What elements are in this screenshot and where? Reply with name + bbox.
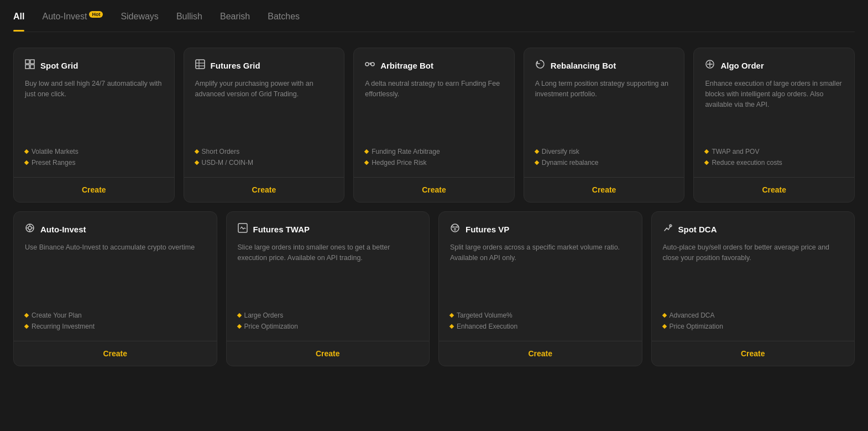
create-button-rebalancing-bot[interactable]: Create — [535, 178, 673, 202]
feature-diamond-icon — [449, 313, 454, 318]
feature-diamond-icon — [704, 149, 709, 154]
card-arbitrage-bot: Arbitrage Bot A delta neutral strategy t… — [353, 48, 515, 202]
svg-rect-4 — [196, 60, 205, 69]
card-features-rebalancing-bot: Diversify riskDynamic rebalance — [535, 146, 673, 168]
nav-tabs: All Auto-InvestHot Sideways Bullish Bear… — [13, 11, 855, 32]
card-futures-vp: Futures VP Split large orders across a s… — [438, 211, 642, 366]
create-button-spot-grid[interactable]: Create — [25, 178, 163, 202]
feature-diamond-icon — [237, 313, 241, 318]
card-spot-grid: Spot Grid Buy low and sell high 24/7 aut… — [13, 48, 175, 202]
algo-order-icon — [705, 59, 715, 72]
svg-rect-1 — [30, 60, 34, 64]
feature-diamond-icon — [24, 324, 29, 329]
feature-item: Hedged Price Risk — [365, 157, 503, 168]
feature-item: Advanced DCA — [663, 310, 844, 321]
card-description-spot-dca: Auto-place buy/sell orders for better av… — [663, 242, 844, 301]
card-futures-grid: Futures Grid Amplify your purchasing pow… — [184, 48, 345, 202]
feature-item: Funding Rate Arbitrage — [365, 146, 503, 157]
bottom-cards-grid: Auto-Invest Use Binance Auto-Invest to a… — [13, 211, 855, 366]
feature-item: Recurring Investment — [25, 321, 206, 332]
tab-all[interactable]: All — [13, 12, 24, 26]
feature-diamond-icon — [662, 313, 666, 318]
card-description-auto-invest: Use Binance Auto-Invest to accumulate cr… — [25, 242, 206, 301]
tab-sideways[interactable]: Sideways — [121, 12, 158, 26]
feature-diamond-icon — [194, 160, 198, 165]
card-spot-dca: Spot DCA Auto-place buy/sell orders for … — [651, 211, 855, 366]
tab-batches[interactable]: Batches — [268, 12, 300, 26]
card-header: Rebalancing Bot — [535, 59, 673, 72]
tab-auto-invest[interactable]: Auto-InvestHot — [42, 11, 103, 26]
svg-rect-3 — [30, 65, 34, 69]
svg-point-8 — [365, 63, 369, 66]
hot-badge: Hot — [89, 11, 103, 18]
card-title-spot-dca: Spot DCA — [678, 225, 717, 234]
card-features-futures-twap: Large OrdersPrice Optimization — [238, 310, 419, 332]
top-cards-grid: Spot Grid Buy low and sell high 24/7 aut… — [13, 48, 855, 202]
tab-bullish[interactable]: Bullish — [176, 12, 202, 26]
create-button-futures-twap[interactable]: Create — [238, 341, 419, 366]
svg-point-22 — [457, 226, 458, 228]
card-header: Futures VP — [450, 223, 631, 236]
futures-twap-icon — [238, 223, 248, 236]
create-button-spot-dca[interactable]: Create — [663, 341, 844, 366]
svg-rect-0 — [25, 60, 29, 64]
card-features-auto-invest: Create Your PlanRecurring Investment — [25, 310, 206, 332]
create-button-algo-order[interactable]: Create — [705, 178, 843, 202]
card-algo-order: Algo Order Enhance execution of large or… — [693, 48, 855, 202]
svg-rect-2 — [25, 65, 29, 69]
feature-diamond-icon — [364, 149, 369, 154]
card-title-arbitrage-bot: Arbitrage Bot — [380, 61, 433, 70]
card-header: Algo Order — [705, 59, 843, 72]
card-features-algo-order: TWAP and POVReduce execution costs — [705, 146, 843, 168]
tab-bearish[interactable]: Bearish — [220, 12, 250, 26]
feature-item: Diversify risk — [535, 146, 673, 157]
card-title-futures-vp: Futures VP — [466, 225, 509, 234]
card-header: Futures Grid — [195, 59, 333, 72]
feature-item: Price Optimization — [663, 321, 844, 332]
card-description-futures-grid: Amplify your purchasing power with an ad… — [195, 79, 333, 137]
card-features-futures-vp: Targeted Volume%Enhanced Execution — [450, 310, 631, 332]
feature-diamond-icon — [24, 313, 29, 318]
card-title-rebalancing-bot: Rebalancing Bot — [551, 61, 616, 70]
card-description-algo-order: Enhance execution of large orders in sma… — [705, 79, 843, 137]
feature-item: USD-M / COIN-M — [195, 157, 333, 168]
card-features-futures-grid: Short OrdersUSD-M / COIN-M — [195, 146, 333, 168]
card-description-futures-vp: Split large orders across a specific mar… — [450, 242, 631, 301]
card-title-algo-order: Algo Order — [720, 61, 764, 70]
card-auto-invest: Auto-Invest Use Binance Auto-Invest to a… — [13, 211, 217, 366]
create-button-futures-grid[interactable]: Create — [195, 178, 333, 202]
card-description-futures-twap: Slice large orders into smaller ones to … — [238, 242, 419, 301]
svg-point-14 — [28, 226, 32, 230]
feature-item: Large Orders — [238, 310, 419, 321]
feature-item: Preset Ranges — [25, 157, 163, 168]
arbitrage-bot-icon — [365, 59, 375, 72]
feature-diamond-icon — [24, 160, 29, 165]
feature-diamond-icon — [662, 324, 666, 329]
feature-item: Volatile Markets — [25, 146, 163, 157]
card-description-spot-grid: Buy low and sell high 24/7 automatically… — [25, 79, 163, 137]
card-rebalancing-bot: Rebalancing Bot A Long term position str… — [524, 48, 685, 202]
card-features-arbitrage-bot: Funding Rate ArbitrageHedged Price Risk — [365, 146, 503, 168]
feature-diamond-icon — [364, 160, 369, 165]
feature-diamond-icon — [535, 160, 539, 165]
feature-item: Short Orders — [195, 146, 333, 157]
card-title-futures-twap: Futures TWAP — [253, 225, 310, 234]
create-button-futures-vp[interactable]: Create — [450, 341, 631, 366]
card-title-futures-grid: Futures Grid — [211, 61, 260, 70]
svg-point-9 — [371, 63, 374, 66]
feature-item: Enhanced Execution — [450, 321, 631, 332]
card-title-auto-invest: Auto-Invest — [40, 225, 86, 234]
feature-item: Dynamic rebalance — [535, 157, 673, 168]
feature-item: Targeted Volume% — [450, 310, 631, 321]
rebalancing-bot-icon — [535, 59, 545, 72]
create-button-auto-invest[interactable]: Create — [25, 341, 206, 366]
spot-dca-icon — [663, 223, 673, 236]
auto-invest-icon — [25, 223, 35, 236]
futures-grid-icon — [195, 59, 205, 72]
feature-diamond-icon — [535, 149, 539, 154]
card-title-spot-grid: Spot Grid — [40, 61, 78, 70]
card-header: Auto-Invest — [25, 223, 206, 236]
create-button-arbitrage-bot[interactable]: Create — [365, 178, 503, 202]
feature-item: Price Optimization — [238, 321, 419, 332]
feature-diamond-icon — [449, 324, 454, 329]
